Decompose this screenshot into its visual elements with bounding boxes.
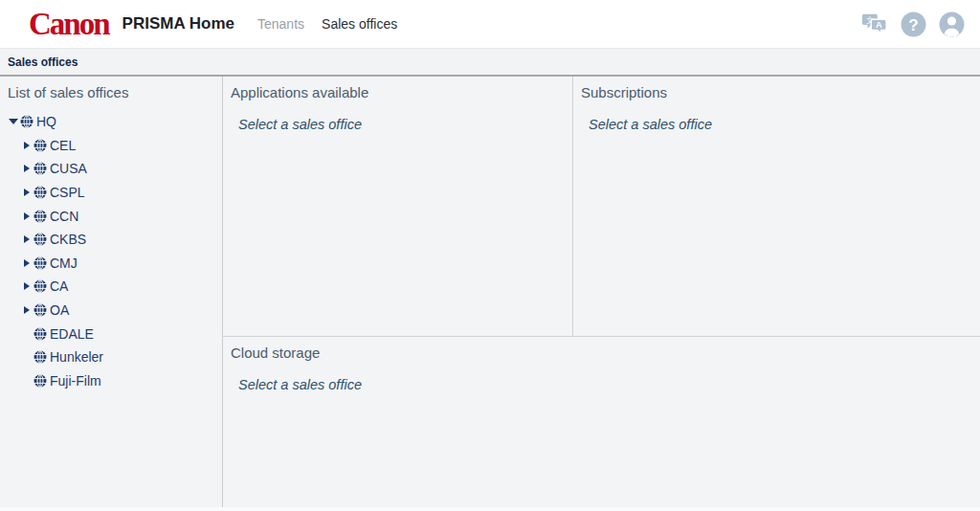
tree-item-label: CUSA — [50, 161, 87, 176]
expander-spacer — [21, 351, 33, 363]
help-icon[interactable]: ? — [900, 11, 926, 37]
tree-item-fuji-film[interactable]: Fuji-Film — [0, 369, 222, 393]
globe-icon — [33, 186, 47, 199]
applications-panel-title: Applications available — [223, 82, 572, 100]
globe-icon — [33, 256, 47, 270]
translate-icon[interactable]: 文 A — [861, 11, 888, 37]
tree-item-cspl[interactable]: CSPL — [0, 181, 222, 205]
tree-item-cmj[interactable]: CMJ — [0, 252, 222, 276]
expander-icon[interactable] — [21, 233, 33, 245]
tree-item-ca[interactable]: CA — [0, 275, 222, 299]
expander-icon[interactable] — [21, 163, 33, 174]
expander-icon[interactable] — [8, 116, 19, 127]
sales-offices-tree-panel: List of sales offices HQCELCUSACSPLCCNCK… — [0, 77, 223, 507]
applications-panel: Applications available Select a sales of… — [223, 77, 573, 337]
tree-item-cel[interactable]: CEL — [0, 134, 222, 158]
tree-item-label: OA — [50, 302, 69, 318]
globe-icon — [33, 162, 47, 175]
app-title: PRISMA Home — [122, 14, 234, 33]
globe-icon — [33, 279, 47, 293]
globe-icon — [33, 210, 47, 223]
main-nav: Tenants Sales offices — [256, 12, 399, 35]
globe-icon — [33, 303, 47, 317]
svg-text:A: A — [876, 20, 882, 30]
expander-spacer — [21, 375, 33, 387]
globe-icon — [33, 233, 47, 246]
tree-item-edale[interactable]: EDALE — [0, 322, 222, 345]
expander-icon[interactable] — [21, 187, 33, 198]
expander-icon[interactable] — [21, 211, 33, 222]
tree-item-label: CSPL — [50, 185, 85, 200]
nav-item-tenants[interactable]: Tenants — [256, 12, 306, 35]
header-icons: 文 A ? — [861, 11, 965, 37]
globe-icon — [20, 115, 33, 128]
expander-spacer — [21, 328, 33, 340]
expander-icon[interactable] — [21, 257, 33, 269]
app-header: Canon PRISMA Home Tenants Sales offices … — [0, 0, 980, 48]
tree-item-label: CKBS — [50, 232, 86, 247]
tree-item-ckbs[interactable]: CKBS — [0, 228, 222, 252]
cloud-storage-panel-title: Cloud storage — [223, 343, 980, 361]
page-breadcrumb-bar: Sales offices — [0, 48, 980, 77]
expander-icon[interactable] — [21, 304, 33, 316]
globe-icon — [33, 374, 47, 388]
tree-item-label: CA — [50, 278, 68, 294]
sales-offices-tree: HQCELCUSACSPLCCNCKBSCMJCAOAEDALEHunkeler… — [0, 110, 222, 392]
nav-item-sales-offices[interactable]: Sales offices — [320, 12, 399, 35]
tree-item-label: CEL — [50, 138, 76, 153]
subscriptions-panel-title: Subscriptions — [573, 82, 980, 100]
svg-text:?: ? — [908, 15, 918, 33]
expander-icon[interactable] — [21, 140, 33, 151]
tree-item-label: Hunkeler — [50, 349, 103, 365]
tree-item-hunkeler[interactable]: Hunkeler — [0, 345, 222, 369]
expander-icon[interactable] — [21, 280, 33, 292]
cloud-storage-placeholder: Select a sales office — [238, 377, 980, 392]
page-title: Sales offices — [0, 56, 78, 69]
tree-panel-title: List of sales offices — [0, 82, 222, 100]
canon-logo[interactable]: Canon — [29, 8, 109, 40]
tree-item-oa[interactable]: OA — [0, 299, 222, 322]
tree-item-label: CMJ — [50, 256, 78, 271]
globe-icon — [33, 350, 47, 364]
subscriptions-placeholder: Select a sales office — [589, 117, 980, 132]
globe-icon — [33, 139, 47, 152]
tree-item-label: Fuji-Film — [50, 373, 101, 389]
detail-panels: Applications available Select a sales of… — [223, 77, 980, 507]
applications-placeholder: Select a sales office — [238, 117, 572, 132]
tree-item-label: EDALE — [50, 326, 94, 342]
tree-item-label: HQ — [36, 114, 56, 129]
globe-icon — [33, 327, 47, 341]
tree-item-cusa[interactable]: CUSA — [0, 157, 222, 181]
cloud-storage-panel: Cloud storage Select a sales office — [223, 337, 980, 507]
tree-item-label: CCN — [50, 209, 78, 224]
tree-item-ccn[interactable]: CCN — [0, 204, 222, 228]
subscriptions-panel: Subscriptions Select a sales office — [573, 77, 980, 337]
main-content: List of sales offices HQCELCUSACSPLCCNCK… — [0, 77, 980, 507]
user-icon[interactable] — [938, 11, 965, 37]
tree-item-hq[interactable]: HQ — [0, 110, 222, 134]
